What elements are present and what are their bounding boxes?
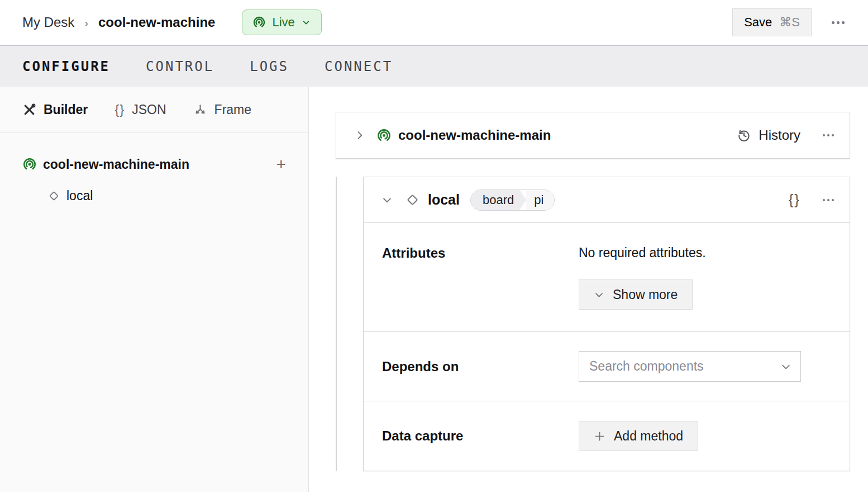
save-button-label: Save [744, 15, 772, 30]
header-actions: Save ⌘S [732, 8, 846, 36]
machine-part-icon [22, 157, 37, 172]
component-diamond-icon [405, 192, 420, 207]
chevron-down-icon [594, 290, 604, 300]
attributes-label: Attributes [364, 245, 579, 331]
history-clock-icon [737, 128, 751, 143]
machine-nav-tabs: CONFIGURE CONTROL LOGS CONNECT [0, 46, 868, 87]
data-capture-section: Data capture Add method [364, 401, 850, 471]
history-button[interactable]: History [726, 127, 800, 143]
ellipsis-icon [823, 199, 825, 201]
tab-logs[interactable]: LOGS [250, 59, 289, 74]
part-card-menu-button[interactable] [822, 131, 835, 140]
chevron-down-icon [780, 361, 791, 372]
breadcrumb-parent-link[interactable]: My Desk [22, 15, 74, 30]
tree-item-component-local-label: local [66, 188, 93, 203]
ellipsis-icon [823, 134, 825, 136]
view-tab-json-label: JSON [132, 102, 166, 117]
attributes-empty-text: No required attributes. [579, 245, 850, 260]
machine-part-icon [376, 128, 392, 143]
save-shortcut-hint: ⌘S [779, 15, 800, 30]
tools-icon [22, 103, 36, 117]
component-card-menu-button[interactable] [822, 196, 835, 205]
tab-configure[interactable]: CONFIGURE [22, 59, 110, 74]
plus-icon [594, 430, 605, 442]
save-button[interactable]: Save ⌘S [732, 8, 812, 36]
top-header: My Desk › cool-new-machine Live Save ⌘S [0, 0, 868, 46]
show-more-button-label: Show more [613, 287, 678, 302]
machine-part-card-title: cool-new-machine-main [398, 127, 551, 143]
tree-indent-line [336, 177, 337, 471]
history-button-label: History [759, 127, 800, 143]
view-tab-builder-label: Builder [44, 102, 88, 117]
breadcrumb-current-machine: cool-new-machine [98, 15, 215, 30]
add-method-button-label: Add method [614, 429, 683, 444]
show-more-button[interactable]: Show more [579, 279, 693, 310]
add-method-button[interactable]: Add method [579, 421, 698, 451]
tab-control[interactable]: CONTROL [146, 59, 214, 74]
component-json-toggle-button[interactable]: {} [789, 191, 800, 208]
component-card-title: local [428, 192, 460, 208]
config-sidebar: Builder {} JSON Frame [0, 87, 309, 492]
tree-item-machine-part[interactable]: cool-new-machine-main + [0, 149, 308, 180]
view-tab-frame-label: Frame [214, 102, 251, 117]
component-diamond-icon [47, 189, 60, 202]
depends-on-label: Depends on [364, 359, 579, 375]
frame-axes-icon [193, 103, 207, 117]
tab-connect[interactable]: CONNECT [325, 59, 393, 74]
search-components-input[interactable] [581, 359, 780, 374]
ellipsis-icon [832, 21, 834, 24]
config-main-pane: cool-new-machine-main History [309, 87, 868, 492]
chevron-down-icon[interactable] [381, 195, 393, 206]
machine-status-badge[interactable]: Live [242, 10, 321, 35]
view-tab-json[interactable]: {} JSON [115, 102, 166, 117]
tree-item-component-local[interactable]: local [0, 180, 308, 211]
view-tab-builder[interactable]: Builder [22, 102, 88, 117]
component-model: pi [526, 190, 554, 210]
braces-icon: {} [115, 102, 125, 117]
machine-part-card: cool-new-machine-main History [336, 112, 850, 159]
component-card-local: local board pi {} Attributes No required… [363, 177, 850, 471]
status-badge-label: Live [272, 15, 294, 30]
component-type-pill: board pi [470, 189, 555, 211]
component-type: board [471, 190, 526, 210]
chevron-right-icon[interactable] [354, 130, 365, 141]
header-overflow-menu-button[interactable] [831, 18, 846, 27]
data-capture-label: Data capture [364, 428, 579, 444]
depends-on-section: Depends on [364, 332, 850, 401]
content-area: Builder {} JSON Frame [0, 87, 868, 492]
component-card-header: local board pi {} [364, 177, 850, 223]
chevron-down-icon [301, 17, 311, 27]
sidebar-view-tabs: Builder {} JSON Frame [0, 87, 308, 133]
tree-item-machine-part-label: cool-new-machine-main [43, 157, 189, 172]
resource-tree: cool-new-machine-main + local [0, 133, 308, 211]
view-tab-frame[interactable]: Frame [193, 102, 251, 117]
broadcast-icon [252, 16, 266, 29]
add-resource-button[interactable]: + [276, 156, 286, 173]
attributes-section: Attributes No required attributes. Show … [364, 223, 850, 332]
depends-on-select[interactable] [579, 351, 801, 382]
breadcrumb-separator: › [84, 16, 88, 30]
breadcrumb: My Desk › cool-new-machine [22, 15, 215, 30]
